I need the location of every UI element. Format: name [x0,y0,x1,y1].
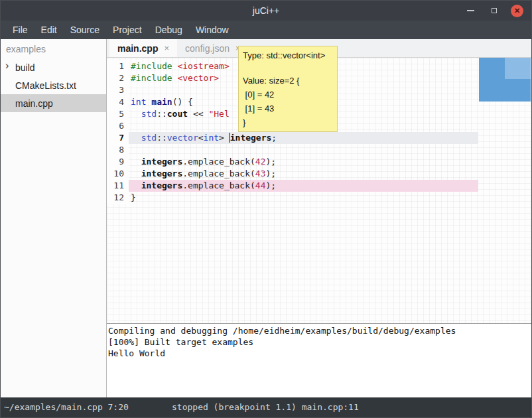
tree-item-cmakelists-txt[interactable]: CMakeLists.txt [1,76,106,94]
code-token: ; [271,133,277,143]
terminal-line: [100%] Built target examples [108,336,531,348]
tab-label: main.cpp [117,43,158,54]
code-token: :: [157,133,167,143]
code-token: integers [230,133,272,143]
scroll-overview[interactable] [479,58,531,102]
status-bar: ~/examples/main.cpp 7:20 stopped (breakp… [1,397,531,417]
tooltip-line: Type: std::vector<int> [243,48,333,62]
code-token: } [131,192,136,202]
menu-item-debug[interactable]: Debug [149,21,189,39]
tooltip-line: [1] = 43 [243,102,333,115]
tree-item-build[interactable]: ›build [1,58,106,76]
code-content[interactable]: std::vector<int> integers; [129,132,478,144]
tree-item-main-cpp[interactable]: main.cpp [1,94,106,112]
terminal-line: Hello World [108,348,531,359]
code-line: 7 std::vector<int> integers; [107,132,531,144]
code-token: #include [131,73,172,83]
chevron-right-icon: › [5,60,9,72]
minimize-button[interactable] [464,5,477,17]
line-number: 6 [107,120,129,132]
tooltip-line [243,62,333,74]
code-token: 42 [255,157,266,167]
code-token: std [141,109,157,119]
code-token: ); [266,169,277,178]
code-content[interactable]: integers.emplace_back(43); [129,168,478,180]
code-token: .emplace_back( [182,169,255,178]
code-line: 12} [107,192,531,204]
close-button[interactable]: ✕ [511,5,523,17]
line-number: 9 [107,156,129,168]
tab-label: config.json [185,43,230,54]
code-token: int [204,133,219,143]
menu-item-window[interactable]: Window [189,21,235,39]
code-content[interactable] [129,144,478,156]
menu-item-project[interactable]: Project [106,21,149,39]
code-token: #include [131,61,172,71]
tooltip-line: } [243,115,333,129]
code-token: 43 [255,169,266,178]
code-line: 8 [107,144,531,156]
maximize-icon [492,8,497,13]
terminal-output[interactable]: Compiling and debugging /home/eidheim/ex… [107,323,531,397]
code-token: "Hel [208,109,229,119]
code-token [131,133,141,143]
line-number: 12 [107,192,129,204]
code-token: main [151,97,172,107]
debug-value-tooltip: Type: std::vector<int> Value: size=2 { [… [238,46,338,132]
menu-item-source[interactable]: Source [64,21,106,39]
tab-main-cpp[interactable]: main.cpp× [109,39,177,57]
tooltip-line: Value: size=2 { [243,74,333,88]
scroll-overview-highlight [505,58,531,79]
code-token [131,157,141,167]
status-debug-state: stopped (breakpoint 1.1) main.cpp:11 [172,397,359,417]
code-token [131,169,141,178]
code-token: integers [141,157,183,167]
close-icon: ✕ [514,7,520,15]
code-line: 9 integers.emplace_back(42); [107,156,531,168]
code-token: integers [141,169,183,178]
code-token: () { [172,97,193,107]
minimize-icon [467,10,474,11]
code-token: .emplace_back( [182,157,255,167]
code-line: 11 integers.emplace_back(44); [107,180,531,192]
code-content[interactable]: integers.emplace_back(44); [129,180,478,192]
tooltip-line: [0] = 42 [243,88,333,102]
code-token: cout [167,109,188,119]
status-file-position: ~/examples/main.cpp 7:20 [4,397,129,417]
code-token: > [219,133,230,143]
menu-bar: FileEditSourceProjectDebugWindow [1,21,531,39]
maximize-button[interactable] [488,5,500,17]
tree-item-label: main.cpp [15,98,53,109]
code-token: ); [266,180,277,190]
code-token: <iostream> [177,61,229,71]
window-title: juCi++ [253,5,279,16]
tree-item-label: CMakeLists.txt [15,80,76,91]
code-token [131,109,141,119]
file-tree: ›buildCMakeLists.txtmain.cpp [1,58,106,112]
code-token: std [141,133,157,143]
code-token: 44 [255,180,266,190]
line-number: 4 [107,96,129,108]
tree-item-label: build [15,62,35,73]
project-folder-label: examples [1,39,106,58]
line-number: 3 [107,84,129,96]
line-number: 1 [107,60,129,72]
code-token: integers [141,180,183,190]
menu-item-file[interactable]: File [6,21,34,39]
code-token: <vector> [177,73,219,83]
close-tab-icon[interactable]: × [164,43,169,53]
code-content[interactable]: integers.emplace_back(42); [129,156,478,168]
code-content[interactable]: } [129,192,478,204]
sidebar: examples ›buildCMakeLists.txtmain.cpp [1,39,107,397]
title-bar[interactable]: juCi++ ✕ [1,1,531,21]
code-token: ); [266,157,277,167]
line-number: 11 [107,180,129,192]
code-token: < [198,133,204,143]
app-window: juCi++ ✕ FileEditSourceProjectDebugWindo… [0,0,532,418]
code-token: vector [167,133,198,143]
menu-item-edit[interactable]: Edit [34,21,64,39]
terminal-line: Compiling and debugging /home/eidheim/ex… [108,325,531,336]
line-number: 8 [107,144,129,156]
code-token: << [188,109,208,119]
code-token: int [131,97,146,107]
